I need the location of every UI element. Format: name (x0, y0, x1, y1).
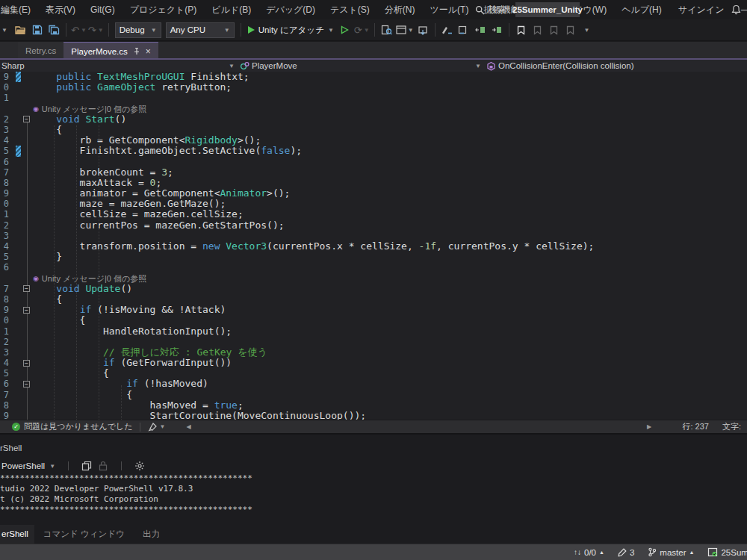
bell-icon[interactable] (731, 4, 741, 15)
solution-name-badge[interactable]: 25Summer_Unity (515, 2, 580, 17)
member-dropdown[interactable]: OnCollisionEnter(Collision collision) (484, 60, 747, 72)
solution-configuration-dropdown[interactable]: Debug▼ (115, 22, 161, 38)
search-cluster[interactable]: 検索 ▼ (465, 0, 516, 19)
comment-selection-button[interactable] (440, 22, 455, 38)
pin-icon[interactable] (133, 47, 140, 55)
redo-button[interactable]: ↷▼ (88, 22, 104, 38)
panel-tab[interactable]: コマンド ウィンドウ (34, 525, 134, 544)
code-line: 8 { (0, 294, 747, 305)
menu-item[interactable]: Git(G) (83, 0, 123, 19)
collapse-toggle-icon[interactable]: − (23, 360, 30, 367)
outline-margin (21, 347, 33, 358)
code-text: maxAttack = 0; (33, 178, 161, 188)
clear-bookmarks-button[interactable] (563, 22, 578, 38)
minimize-button[interactable]: — (741, 4, 747, 15)
find-in-files-button[interactable] (379, 22, 394, 38)
line-number: 9 (0, 72, 9, 82)
divider (108, 23, 109, 37)
change-tracking-gutter (16, 315, 21, 326)
menu-item[interactable]: 分析(N) (377, 0, 423, 19)
chevron-down-icon[interactable]: ▼ (49, 463, 55, 470)
chevron-down-icon[interactable]: ▼ (229, 63, 235, 69)
codelens-row: ◉Unity メッセージ|0 個の参照 (0, 104, 747, 114)
menu-item[interactable]: テスト(S) (323, 0, 377, 19)
outline-margin (21, 262, 33, 273)
pending-edits-button[interactable]: 3 (613, 548, 639, 557)
change-tracking-gutter (16, 82, 21, 93)
change-tracking-gutter (16, 368, 21, 379)
uncomment-selection-button[interactable] (456, 22, 471, 38)
start-without-debugging-button[interactable] (338, 22, 353, 38)
tab-playermove-cs[interactable]: PlayerMove.cs × (63, 42, 158, 60)
collapse-toggle-icon[interactable]: − (23, 116, 30, 122)
sync-count: 0/0 (584, 548, 596, 557)
document-health-indicator[interactable]: ✓ 問題は見つかりませんでした (0, 421, 133, 432)
previous-bookmark-button[interactable] (530, 22, 545, 38)
code-text: StartCoroutine(MoveContinuousLoop()); (33, 411, 366, 420)
sign-in-area[interactable]: サインイン (678, 0, 741, 19)
open-file-button[interactable] (13, 22, 28, 38)
toggle-bookmark-button[interactable] (514, 22, 529, 38)
tab-retry-cs[interactable]: Retry.cs (18, 42, 63, 60)
line-number: 0 (0, 82, 9, 93)
decrease-indent-button[interactable] (473, 22, 488, 38)
navigate-back-button[interactable] (415, 22, 430, 38)
search-label[interactable]: 検索 (489, 4, 506, 16)
copy-icon[interactable] (81, 461, 92, 471)
panel-tab[interactable]: erShell (0, 525, 34, 544)
sign-in-label[interactable]: サインイン (678, 4, 724, 16)
type-dropdown[interactable]: PlayerMove ▼ (238, 60, 484, 72)
codelens-references-link[interactable]: ◉Unity メッセージ|0 個の参照 (33, 104, 146, 114)
chevron-down-icon[interactable]: ▼ (328, 27, 334, 34)
chevron-down-icon[interactable]: ▼ (475, 63, 481, 69)
window-layout-button[interactable]: ▼ (396, 22, 414, 38)
collapse-toggle-icon[interactable]: − (23, 285, 30, 292)
menu-item[interactable]: 表示(V) (38, 0, 83, 19)
bookmark-overflow-caret[interactable]: ▼ (580, 22, 595, 38)
close-icon[interactable]: × (146, 46, 151, 57)
code-editor[interactable]: 9 public TextMeshProUGUI Finishtxt;0 pub… (0, 72, 747, 420)
change-tracking-gutter (16, 400, 21, 411)
panel-tab[interactable]: 出力 (134, 525, 169, 544)
sync-commits-button[interactable]: ↑↓ 0/0 ▲ (569, 548, 609, 557)
outline-margin (21, 231, 33, 241)
menu-item[interactable]: プロジェクト(P) (123, 0, 205, 19)
menu-item[interactable]: ビルド(B) (204, 0, 258, 19)
code-line: 3 (0, 231, 747, 241)
hscroll-left-arrow[interactable]: ◀ (187, 423, 191, 430)
hot-reload-button[interactable]: ⟳▼ (354, 22, 370, 38)
menu-item[interactable]: ヘルプ(H) (614, 0, 669, 19)
gear-icon[interactable] (134, 461, 145, 471)
change-tracking-gutter (16, 379, 21, 389)
repository-button[interactable]: 25Summer_Unity (703, 547, 747, 557)
increase-indent-button[interactable] (489, 22, 504, 38)
code-text: transform.position = new Vector3(current… (33, 241, 594, 252)
attach-to-unity-button[interactable]: Unity にアタッチ ▼ (248, 25, 334, 36)
code-line: 9 animator = GetComponent<Animator>(); (0, 188, 747, 199)
chevron-up-icon: ▲ (689, 550, 695, 555)
toolbar-overflow-caret[interactable]: ▼ (0, 22, 12, 38)
save-button[interactable] (30, 22, 45, 38)
change-tracking-gutter (16, 337, 21, 347)
code-line: 1 cellSize = mazeGen.cellSize; (0, 209, 747, 220)
save-all-button[interactable] (46, 22, 61, 38)
lock-icon[interactable] (98, 461, 108, 471)
line-number: 6 (0, 379, 9, 389)
collapse-toggle-icon[interactable]: − (23, 307, 30, 314)
branch-button[interactable]: master ▲ (643, 547, 698, 557)
code-cleanup-icon[interactable] (147, 423, 157, 432)
outline-margin: − (21, 379, 33, 389)
solution-platform-dropdown[interactable]: Any CPU▼ (166, 22, 235, 38)
menu-item[interactable]: 編集(E) (0, 0, 38, 19)
project-dropdown[interactable]: Sharp ▼ (0, 60, 238, 72)
next-bookmark-button[interactable] (547, 22, 562, 38)
collapse-toggle-icon[interactable]: − (23, 381, 30, 388)
menu-item[interactable]: デバッグ(D) (258, 0, 323, 19)
hscroll-right-arrow[interactable]: ▶ (647, 423, 651, 430)
terminal-output[interactable]: ****************************************… (0, 473, 252, 515)
editor-status-strip: ✓ 問題は見つかりませんでした ▼ ◀ ▶ 行: 237 文字: (0, 420, 747, 433)
undo-button[interactable]: ↶▼ (71, 22, 87, 38)
shell-selector-dropdown[interactable]: PowerShell ▼ (0, 461, 55, 470)
codelens-references-link[interactable]: ◉Unity メッセージ|0 個の参照 (33, 273, 146, 284)
chevron-down-icon[interactable]: ▼ (160, 423, 166, 430)
